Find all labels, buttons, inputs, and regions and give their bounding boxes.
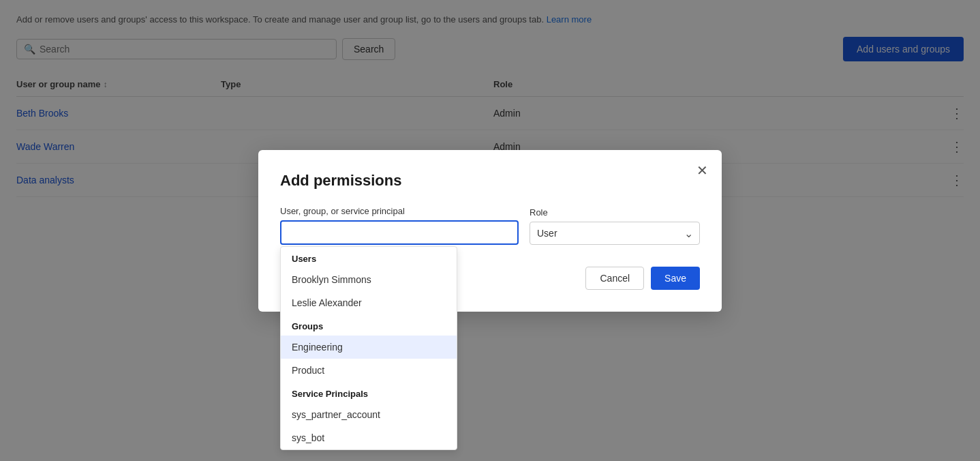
dropdown-item-sys-partner[interactable]: sys_partner_account — [281, 403, 457, 426]
modal-title: Add permissions — [280, 172, 700, 190]
principal-dropdown: Users Brooklyn Simmons Leslie Alexander … — [280, 246, 457, 450]
dropdown-item-engineering[interactable]: Engineering — [281, 336, 457, 359]
dropdown-item[interactable]: Leslie Alexander — [281, 291, 457, 314]
role-select[interactable]: User Admin Viewer — [530, 222, 700, 245]
dropdown-section-header-users: Users — [281, 247, 457, 268]
dropdown-section-header-groups: Groups — [281, 314, 457, 336]
principal-field-group: User, group, or service principal Users … — [280, 206, 519, 245]
role-label: Role — [530, 207, 700, 218]
dropdown-item-product[interactable]: Product — [281, 359, 457, 382]
role-select-wrapper: User Admin Viewer — [530, 222, 700, 245]
save-button[interactable]: Save — [651, 267, 700, 290]
cancel-button[interactable]: Cancel — [585, 267, 644, 290]
role-field-group: Role User Admin Viewer — [530, 207, 700, 245]
dropdown-item[interactable]: Brooklyn Simmons — [281, 268, 457, 291]
form-row: User, group, or service principal Users … — [280, 206, 700, 245]
principal-input[interactable] — [280, 220, 519, 245]
modal-overlay: Add permissions ✕ User, group, or servic… — [0, 0, 980, 461]
principal-label: User, group, or service principal — [280, 206, 519, 216]
modal-close-button[interactable]: ✕ — [696, 164, 708, 177]
dropdown-item-sys-bot[interactable]: sys_bot — [281, 426, 457, 449]
dropdown-section-header-service-principals: Service Principals — [281, 382, 457, 403]
dropdown-scroll-area: Users Brooklyn Simmons Leslie Alexander … — [281, 247, 457, 449]
add-permissions-modal: Add permissions ✕ User, group, or servic… — [258, 150, 722, 312]
